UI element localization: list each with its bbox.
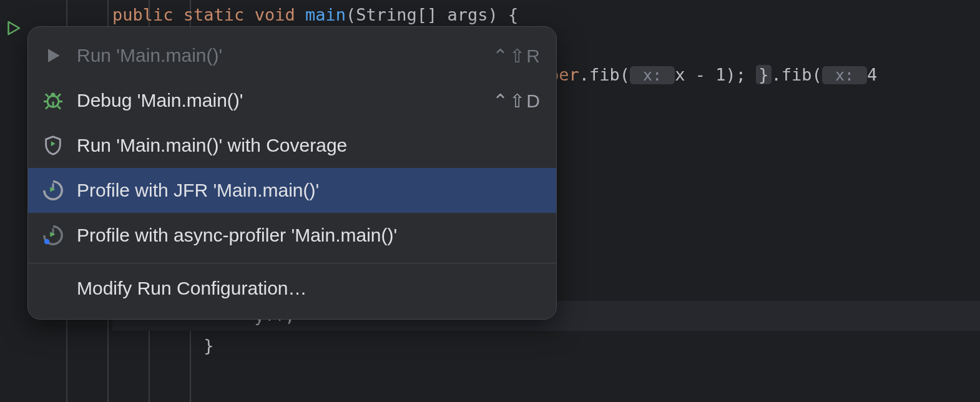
svg-point-1	[51, 92, 55, 97]
blank-icon	[41, 276, 66, 301]
menu-label: Modify Run Configuration…	[77, 278, 541, 299]
menu-item-profile-async[interactable]: Profile with async-profiler 'Main.main()…	[28, 213, 556, 258]
param-hint: x:	[630, 66, 675, 84]
run-context-menu[interactable]: Run 'Main.main()' ⌃⇧R Debug 'Main.main()…	[27, 26, 557, 320]
menu-shortcut: ⌃⇧D	[492, 90, 541, 112]
svg-point-2	[44, 239, 50, 245]
code-line: public static void main(String[] args) {	[112, 0, 980, 30]
param-hint: x:	[822, 66, 867, 84]
menu-item-profile-jfr[interactable]: Profile with JFR 'Main.main()'	[28, 168, 556, 213]
menu-label: Profile with JFR 'Main.main()'	[77, 180, 541, 201]
menu-label: Debug 'Main.main()'	[77, 90, 492, 111]
code-line: }	[112, 331, 980, 361]
profile-jfr-icon	[41, 178, 66, 203]
run-gutter-icon[interactable]	[4, 19, 22, 37]
play-icon	[41, 43, 66, 68]
menu-shortcut: ⌃⇧R	[492, 45, 541, 67]
menu-item-run[interactable]: Run 'Main.main()' ⌃⇧R	[28, 33, 556, 78]
menu-label: Run 'Main.main()'	[77, 45, 492, 66]
editor-gutter	[0, 0, 30, 402]
coverage-icon	[41, 133, 66, 158]
menu-item-debug[interactable]: Debug 'Main.main()' ⌃⇧D	[28, 78, 556, 123]
bug-icon	[41, 88, 66, 113]
menu-label: Profile with async-profiler 'Main.main()…	[77, 225, 541, 246]
menu-item-modify-config[interactable]: Modify Run Configuration…	[28, 263, 556, 313]
menu-item-coverage[interactable]: Run 'Main.main()' with Coverage	[28, 123, 556, 168]
menu-label: Run 'Main.main()' with Coverage	[77, 135, 541, 156]
profile-async-icon	[41, 223, 66, 248]
